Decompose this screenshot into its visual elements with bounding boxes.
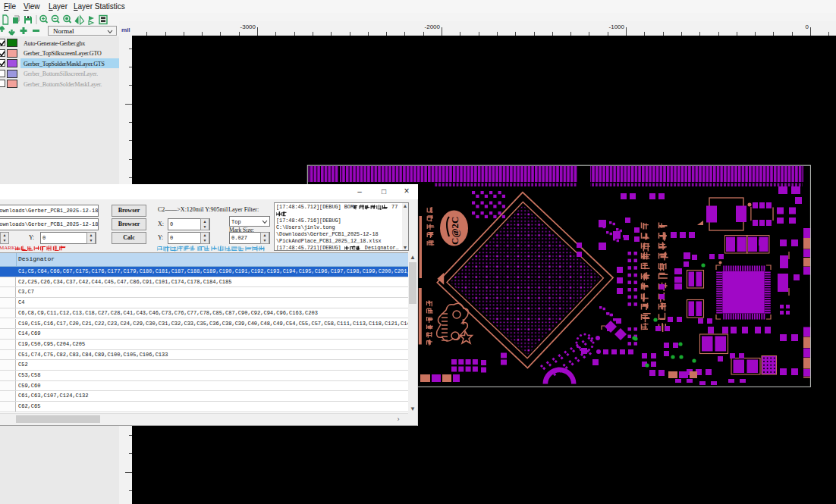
svg-text:1: 1 [461, 318, 465, 326]
svg-text:C@2C: C@2C [449, 217, 460, 245]
